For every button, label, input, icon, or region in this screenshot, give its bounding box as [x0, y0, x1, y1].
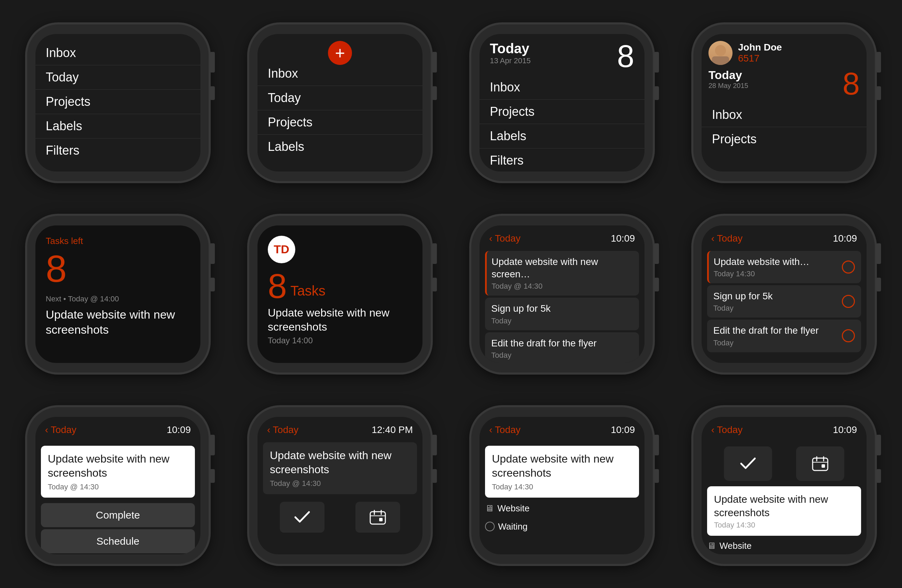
task-time: Today [491, 316, 633, 325]
back-button[interactable]: ‹ Today [489, 424, 520, 435]
project-name: Website [719, 541, 752, 551]
complete-circle-button[interactable] [842, 295, 855, 308]
watch-8-wrapper: ‹ Today 10:09 Update website with… Today… [680, 205, 888, 383]
task-list-header: ‹ Today 10:09 [702, 225, 867, 249]
watch-2-outer: + Inbox Today Projects Labels [249, 24, 431, 181]
list-item[interactable]: Inbox [257, 61, 423, 86]
task-count-badge: 8 [617, 41, 634, 72]
back-button[interactable]: ‹ Today [489, 233, 520, 244]
project-name: Website [497, 503, 529, 514]
watch-10-outer: ‹ Today 12:40 PM Update website with new… [249, 407, 431, 564]
watch-9-outer: ‹ Today 10:09 Update website with new sc… [27, 407, 209, 564]
list-item[interactable]: Labels [35, 114, 200, 139]
complete-circle-button[interactable] [842, 329, 855, 342]
time-display: 10:09 [833, 424, 857, 435]
checkmark-button[interactable] [280, 502, 324, 533]
today-title: Today [490, 41, 531, 56]
watch-1-screen: Inbox Today Projects Labels Filters [35, 34, 200, 172]
list-item[interactable]: Filters [479, 149, 645, 172]
watch-4-menu: Inbox Projects [702, 99, 867, 158]
list-item[interactable]: Inbox [479, 75, 645, 100]
complete-button[interactable]: Complete [41, 503, 195, 527]
project-meta: 🖥 Website [702, 538, 867, 554]
project-icon: 🖥 [707, 541, 716, 551]
watch-12-outer: ‹ Today 10:09 [693, 407, 875, 564]
time-display: 10:09 [611, 233, 635, 244]
watch-10-wrapper: ‹ Today 12:40 PM Update website with new… [236, 397, 444, 574]
watch-10-screen: ‹ Today 12:40 PM Update website with new… [257, 417, 423, 554]
task-time: Today 14:30 [714, 521, 854, 530]
label-name: Waiting [498, 521, 528, 532]
list-item[interactable]: Sign up for 5k Today [485, 298, 639, 330]
calendar-button[interactable] [796, 446, 844, 481]
task-title: Sign up for 5k [713, 290, 773, 302]
today-label: Today [708, 69, 749, 82]
task-time: Today @ 14:30 [270, 479, 410, 488]
task-count: 8 [268, 269, 287, 303]
list-item[interactable]: Inbox [702, 103, 867, 127]
task-title: Update website with new screenshots [48, 452, 188, 480]
task-title: Update website with new screen… [492, 256, 633, 281]
profile-name: John Doe [738, 42, 782, 53]
complete-circle-button[interactable] [842, 261, 855, 274]
watch-11-wrapper: ‹ Today 10:09 Update website with new sc… [458, 397, 666, 574]
add-button[interactable]: + [328, 41, 352, 65]
list-item[interactable]: Labels [479, 124, 645, 149]
list-item[interactable]: Projects [257, 110, 423, 135]
list-item[interactable]: Labels [257, 135, 423, 159]
list-item[interactable]: Sign up for 5k Today [707, 285, 861, 317]
list-item[interactable]: Update website with new screen… Today @ … [485, 251, 639, 296]
list-item[interactable]: Update website with… Today 14:30 [707, 251, 861, 283]
task-time: Today 14:30 [714, 269, 810, 278]
back-button[interactable]: ‹ Today [711, 233, 742, 244]
list-item[interactable]: Filters [35, 139, 200, 163]
task-title: Update website with new screenshots [268, 306, 412, 335]
svg-rect-6 [379, 518, 383, 521]
list-item[interactable]: Inbox [35, 41, 200, 65]
task-time: Today @ 14:30 [48, 483, 188, 491]
svg-rect-11 [822, 464, 825, 468]
list-item[interactable]: Today [35, 65, 200, 90]
list-item[interactable]: Projects [702, 127, 867, 151]
back-button[interactable]: ‹ Today [45, 424, 76, 435]
watch-5-outer: Tasks left 8 Next • Today @ 14:00 Update… [27, 216, 209, 372]
list-item[interactable]: Projects [479, 100, 645, 124]
project-meta: 🖥 Website [485, 500, 639, 516]
watch-1-menu: Inbox Today Projects Labels Filters [35, 34, 200, 169]
list-item[interactable]: Edit the draft for the flyer Today [707, 320, 861, 352]
watch-2-screen: + Inbox Today Projects Labels [257, 34, 423, 172]
watch-11-screen: ‹ Today 10:09 Update website with new sc… [479, 417, 645, 554]
watch-5-screen: Tasks left 8 Next • Today @ 14:00 Update… [35, 225, 200, 363]
svg-point-0 [715, 45, 726, 56]
list-item[interactable]: Today [257, 86, 423, 110]
tasks-left-number: 8 [46, 250, 190, 288]
watch-11-outer: ‹ Today 10:09 Update website with new sc… [471, 407, 653, 564]
avatar [708, 41, 733, 65]
task-title: Update website with new screenshots [270, 449, 410, 477]
schedule-button[interactable]: Schedule [41, 529, 195, 553]
watch-8-outer: ‹ Today 10:09 Update website with… Today… [693, 216, 875, 372]
next-task-title: Update website with new screenshots [46, 307, 190, 337]
back-button[interactable]: ‹ Today [267, 424, 298, 435]
task-count-badge: 8 [842, 69, 860, 99]
checkmark-button[interactable] [724, 446, 772, 481]
label-icon [485, 522, 495, 531]
time-display: 10:09 [611, 424, 635, 435]
profile-today-count: Today 28 May 2015 8 [702, 69, 867, 99]
list-item[interactable]: Projects [35, 90, 200, 114]
calendar-button[interactable] [355, 502, 400, 533]
project-icon: 🖥 [485, 503, 494, 514]
watch-5-wrapper: Tasks left 8 Next • Today @ 14:00 Update… [14, 205, 222, 383]
td-icon-text: TD [274, 242, 289, 256]
time-display: 10:09 [833, 233, 857, 244]
back-button[interactable]: ‹ Today [711, 424, 742, 435]
next-task-info: Next • Today @ 14:00 [46, 294, 190, 303]
watch-6-wrapper: TD 8Tasks Update website with new screen… [236, 205, 444, 383]
watch-3-screen: Today 13 Apr 2015 8 Inbox Projects Label… [479, 34, 645, 172]
svg-rect-7 [813, 458, 828, 471]
watch-7-wrapper: ‹ Today 10:09 Update website with new sc… [458, 205, 666, 383]
watch-3-wrapper: Today 13 Apr 2015 8 Inbox Projects Label… [458, 14, 666, 191]
watch-6-screen: TD 8Tasks Update website with new screen… [257, 225, 423, 363]
task-detail-card: Update website with new screenshots Toda… [707, 486, 861, 536]
list-item[interactable]: Edit the draft for the flyer Today [485, 332, 639, 363]
